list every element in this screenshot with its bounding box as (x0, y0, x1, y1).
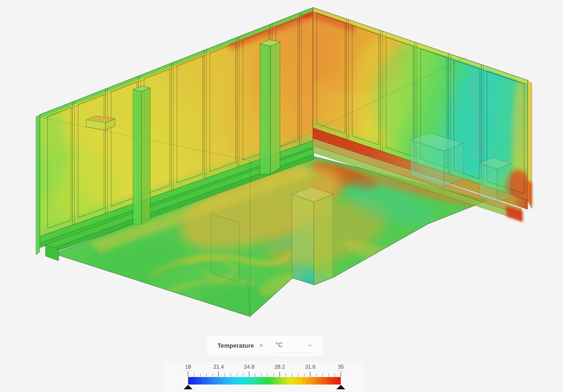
scale-tick-label: 31.6 (305, 364, 315, 370)
scale-min-input[interactable]: 18 (182, 364, 194, 371)
legend-field-label: Temperature (214, 336, 254, 355)
list-icon (259, 344, 263, 347)
left-wall-end-cap (36, 115, 40, 255)
scale-ticks (188, 372, 341, 377)
scale-max-input[interactable]: 35 (335, 364, 347, 371)
color-scale: 18 21.4 24.8 28.2 31.6 35 (188, 362, 341, 392)
temperature-legend: Temperature °C 18 21.4 24.8 28.2 31.6 (188, 337, 341, 392)
column (260, 40, 280, 174)
scale-tick-label: 24.8 (244, 364, 254, 370)
cfd-postprocessor-window: Temperature °C 18 21.4 24.8 28.2 31.6 (0, 0, 563, 392)
chevron-down-icon (308, 344, 312, 347)
legend-menu-button[interactable] (257, 341, 265, 350)
scale-tick-label: 28.2 (274, 364, 285, 370)
room-temperature-visualization (0, 0, 563, 392)
color-scale-bar (188, 377, 341, 385)
unit-value: °C (276, 341, 283, 348)
small-box (479, 158, 511, 202)
unit-select[interactable]: °C (274, 338, 314, 353)
floor-standing-box (292, 187, 333, 285)
scale-tick-label: 21.4 (213, 364, 224, 370)
right-wall-end-cap (528, 80, 532, 208)
scale-min-handle[interactable] (184, 385, 193, 389)
column (133, 86, 150, 224)
scale-max-handle[interactable] (336, 385, 345, 389)
viewport-3d[interactable] (0, 0, 563, 392)
